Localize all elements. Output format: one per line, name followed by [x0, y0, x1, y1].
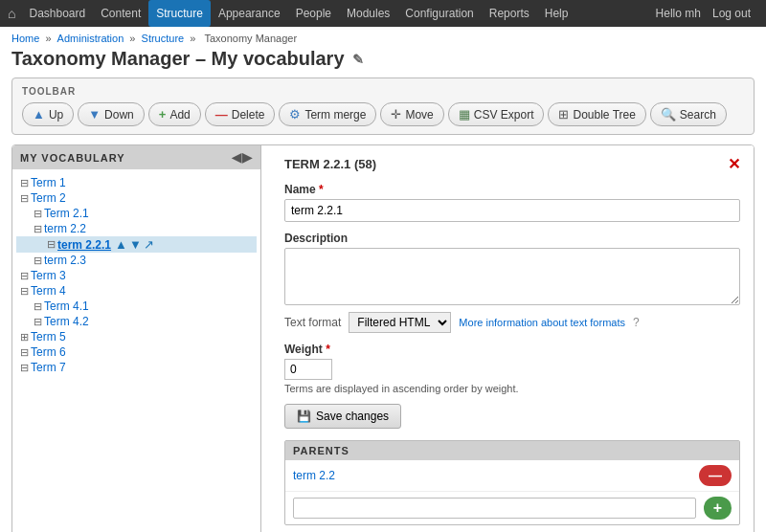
- breadcrumb-sep-1: »: [45, 33, 54, 44]
- breadcrumb-structure[interactable]: Structure: [142, 33, 185, 44]
- search-label: Search: [680, 108, 716, 122]
- nav-item-modules[interactable]: Modules: [339, 0, 397, 27]
- page-edit-icon[interactable]: ✎: [352, 52, 364, 67]
- remove-parent-button[interactable]: —: [699, 465, 732, 486]
- tree-link-term6[interactable]: Term 6: [31, 345, 66, 359]
- tree-link-term221[interactable]: term 2.2.1: [57, 238, 111, 252]
- search-button[interactable]: 🔍 Search: [650, 102, 727, 126]
- tree-item-term5[interactable]: ⊞ Term 5: [16, 329, 257, 344]
- nav-item-dashboard[interactable]: Dashboard: [21, 0, 93, 27]
- toolbar-buttons: ▲ Up ▼ Down + Add — Delete ⚙ Term merge …: [22, 102, 744, 126]
- tree-link-term21[interactable]: Term 2.1: [44, 207, 89, 220]
- parent-link[interactable]: term 2.2: [293, 469, 699, 482]
- nav-item-people[interactable]: People: [288, 0, 339, 27]
- breadcrumb-admin[interactable]: Administration: [57, 33, 124, 44]
- nav-item-reports[interactable]: Reports: [482, 0, 537, 27]
- tree-link-term3[interactable]: Term 3: [31, 269, 66, 282]
- nav-item-structure[interactable]: Structure: [148, 0, 211, 27]
- nav-item-content[interactable]: Content: [93, 0, 148, 27]
- add-button[interactable]: + Add: [148, 102, 201, 126]
- delete-button[interactable]: — Delete: [205, 102, 276, 126]
- arrow-right-icon[interactable]: ↗: [144, 237, 154, 252]
- csv-export-button[interactable]: ▦ CSV Export: [448, 102, 545, 126]
- tree-item-term221[interactable]: ⊟ term 2.2.1 ▲ ▼ ↗: [16, 236, 257, 253]
- arrow-down-icon[interactable]: ▼: [129, 237, 142, 252]
- term-merge-button[interactable]: ⚙ Term merge: [279, 102, 376, 126]
- move-button[interactable]: ✛ Move: [380, 102, 443, 126]
- parents-section: PARENTS term 2.2 — +: [284, 440, 740, 525]
- help-icon[interactable]: ?: [633, 316, 640, 329]
- page-title: Taxonomy Manager – My vocabulary ✎: [0, 46, 766, 78]
- folder-icon: ⊟: [20, 285, 29, 298]
- tree-item-term23[interactable]: ⊟ term 2.3: [16, 253, 257, 268]
- tree-item-term4[interactable]: ⊟ Term 4: [16, 283, 257, 299]
- tree-link-term7[interactable]: Term 7: [31, 361, 66, 374]
- logout-button[interactable]: Log out: [705, 0, 758, 27]
- nav-item-help[interactable]: Help: [537, 0, 576, 27]
- user-greeting: Hello mh: [656, 7, 701, 20]
- text-format-more-link[interactable]: More information about text formats: [459, 317, 625, 328]
- tree-item-arrows: ▲ ▼ ↗: [115, 237, 154, 252]
- tree-link-term1[interactable]: Term 1: [31, 176, 66, 189]
- up-button[interactable]: ▲ Up: [22, 102, 74, 126]
- tree-link-term5[interactable]: Term 5: [31, 330, 66, 344]
- weight-input[interactable]: [284, 359, 332, 380]
- tree-item-term1[interactable]: ⊟ Term 1: [16, 175, 257, 190]
- tree-link-term42[interactable]: Term 4.2: [44, 315, 89, 328]
- breadcrumb-home[interactable]: Home: [11, 33, 39, 44]
- lower-section: MY VOCABULARY ◀▶ ⊟ Term 1 ⊟ Term 2 ⊟ Ter…: [11, 144, 755, 532]
- toolbar-box: TOOLBAR ▲ Up ▼ Down + Add — Delete ⚙ Ter…: [11, 78, 755, 135]
- folder-icon: ⊟: [47, 238, 56, 251]
- search-icon: 🔍: [661, 107, 676, 122]
- save-label: Save changes: [316, 410, 389, 423]
- tree-item-term22[interactable]: ⊟ term 2.2: [16, 221, 257, 236]
- folder-icon: ⊟: [20, 192, 29, 205]
- home-icon[interactable]: ⌂: [8, 6, 15, 21]
- tree-link-term4[interactable]: Term 4: [31, 284, 66, 298]
- breadcrumb-sep-2: »: [129, 33, 138, 44]
- add-parent-button[interactable]: +: [704, 497, 732, 520]
- folder-icon: ⊟: [34, 223, 42, 235]
- tree-item-term3[interactable]: ⊟ Term 3: [16, 268, 257, 283]
- tree-item-term41[interactable]: ⊟ Term 4.1: [16, 299, 257, 314]
- weight-label: Weight *: [284, 343, 740, 356]
- tree-item-term21[interactable]: ⊟ Term 2.1: [16, 206, 257, 221]
- tree-link-term23[interactable]: term 2.3: [44, 254, 86, 267]
- double-tree-button[interactable]: ⊞ Double Tree: [548, 102, 645, 126]
- description-label: Description: [284, 232, 740, 245]
- name-field-group: Name *: [284, 183, 740, 222]
- tree-item-term42[interactable]: ⊟ Term 4.2: [16, 314, 257, 329]
- page-title-text: Taxonomy Manager – My vocabulary: [11, 48, 345, 70]
- folder-icon: ⊟: [20, 270, 29, 282]
- text-format-select[interactable]: Filtered HTML Full HTML Plain text: [349, 312, 451, 333]
- arrow-up-icon[interactable]: ▲: [115, 237, 127, 252]
- move-label: Move: [405, 108, 433, 122]
- tree-item-term6[interactable]: ⊟ Term 6: [16, 344, 257, 360]
- tree-link-term2[interactable]: Term 2: [31, 191, 66, 205]
- nav-item-configuration[interactable]: Configuration: [397, 0, 481, 27]
- weight-required: *: [326, 343, 330, 356]
- description-textarea[interactable]: [284, 248, 740, 305]
- weight-hint: Terms are displayed in ascending order b…: [284, 383, 740, 394]
- weight-field-group: Weight * Terms are displayed in ascendin…: [284, 343, 740, 394]
- tree-link-term41[interactable]: Term 4.1: [44, 299, 89, 313]
- save-changes-button[interactable]: 💾 Save changes: [284, 404, 401, 429]
- breadcrumb: Home » Administration » Structure » Taxo…: [0, 27, 766, 46]
- delete-label: Delete: [232, 108, 265, 122]
- close-button[interactable]: ✕: [728, 155, 740, 173]
- tree-link-term22[interactable]: term 2.2: [44, 222, 86, 235]
- tree-item-term2[interactable]: ⊟ Term 2: [16, 190, 257, 206]
- down-button[interactable]: ▼ Down: [78, 102, 145, 126]
- add-icon: +: [159, 107, 167, 122]
- main-content: TOOLBAR ▲ Up ▼ Down + Add — Delete ⚙ Ter…: [0, 78, 766, 532]
- tree-item-term7[interactable]: ⊟ Term 7: [16, 360, 257, 375]
- add-parent-row: +: [285, 492, 739, 524]
- text-format-label: Text format: [284, 316, 341, 329]
- tree-toggle-icon[interactable]: ◀▶: [232, 150, 253, 165]
- toolbar-label: TOOLBAR: [22, 86, 744, 97]
- tree-panel: MY VOCABULARY ◀▶ ⊟ Term 1 ⊟ Term 2 ⊟ Ter…: [12, 145, 261, 532]
- name-input[interactable]: [284, 199, 740, 222]
- nav-item-appearance[interactable]: Appearance: [211, 0, 288, 27]
- add-parent-input[interactable]: [293, 498, 696, 519]
- tree-header-label: MY VOCABULARY: [20, 152, 125, 164]
